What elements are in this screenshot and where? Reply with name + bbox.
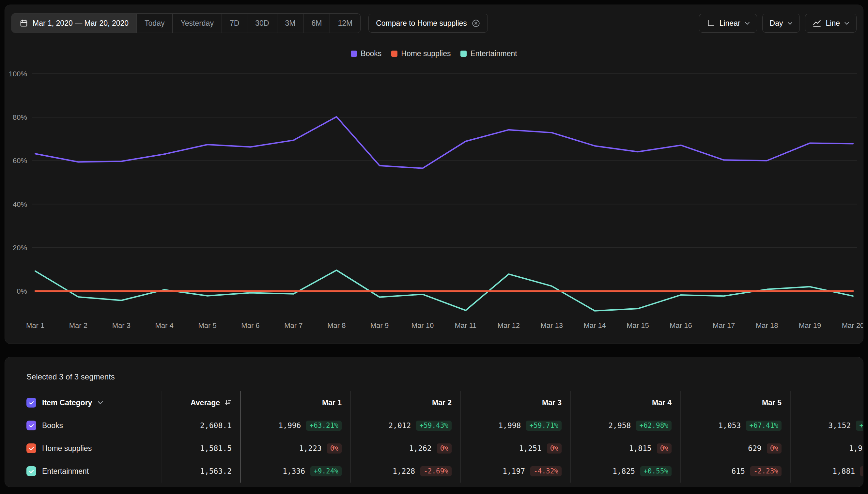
range-3m[interactable]: 3M xyxy=(277,14,303,33)
table-row-label-home-supplies: Home supplies xyxy=(5,437,162,460)
x-tick-label: Mar 9 xyxy=(370,321,389,330)
svg-text:0%: 0% xyxy=(17,287,27,295)
group-column-label: Item Category xyxy=(42,398,92,407)
x-tick-label: Mar 14 xyxy=(583,321,606,330)
column-header-mar-6[interactable]: Mar 6 xyxy=(790,391,864,414)
granularity-label: Day xyxy=(770,19,783,28)
svg-text:40%: 40% xyxy=(13,200,27,209)
cell-value: 1,336 xyxy=(283,467,305,475)
chart-legend: BooksHome suppliesEntertainment xyxy=(5,49,863,58)
delta-badge: -2.69% xyxy=(420,466,452,476)
legend-item-home-supplies[interactable]: Home supplies xyxy=(391,49,451,58)
column-header-average[interactable]: Average xyxy=(162,391,240,414)
x-tick-label: Mar 19 xyxy=(799,321,821,330)
x-tick-label: Mar 13 xyxy=(540,321,563,330)
average-number: 1,563.2 xyxy=(200,467,232,475)
x-tick-label: Mar 5 xyxy=(198,321,216,330)
column-header-mar-3[interactable]: Mar 3 xyxy=(460,391,570,414)
chart-type-select[interactable]: Line xyxy=(805,14,856,33)
chart-svg: 100%80%60%40%20%0% xyxy=(5,62,864,319)
x-tick-label: Mar 3 xyxy=(112,321,131,330)
x-tick-label: Mar 15 xyxy=(626,321,649,330)
cell-value: 1,996 xyxy=(278,421,301,430)
cell-value: 1,197 xyxy=(503,467,525,475)
table-cell: 1,8150% xyxy=(570,437,680,460)
chart-area: 100%80%60%40%20%0% Mar 1Mar 2Mar 3Mar 4M… xyxy=(5,62,863,334)
svg-text:100%: 100% xyxy=(9,70,27,78)
column-header-mar-1[interactable]: Mar 1 xyxy=(240,391,350,414)
range-12m[interactable]: 12M xyxy=(329,14,360,33)
x-tick-label: Mar 12 xyxy=(498,321,520,330)
range-6m[interactable]: 6M xyxy=(303,14,329,33)
column-header-item-category[interactable]: Item Category xyxy=(5,391,162,414)
entertainment-swatch-icon xyxy=(460,51,467,57)
scale-label: Linear xyxy=(719,19,740,28)
delta-badge: 0% xyxy=(437,443,452,454)
x-tick-label: Mar 1 xyxy=(26,321,44,330)
table-cell: 1,881-1.31% xyxy=(790,460,864,482)
range-yesterday[interactable]: Yesterday xyxy=(172,14,221,33)
delta-badge: +65.37% xyxy=(856,421,864,431)
remove-compare-icon[interactable] xyxy=(472,19,480,28)
x-tick-label: Mar 4 xyxy=(155,321,174,330)
compare-label: Compare to Home supplies xyxy=(376,19,467,28)
legend-item-books[interactable]: Books xyxy=(351,49,381,58)
check-icon xyxy=(29,468,35,474)
table-row-label-books: Books xyxy=(5,414,162,437)
legend-label: Home supplies xyxy=(401,49,451,58)
delta-badge: 0% xyxy=(657,443,672,454)
segment-name: Home supplies xyxy=(42,444,92,453)
table-cell: 1,825+0.55% xyxy=(570,460,680,482)
checkbox[interactable] xyxy=(26,421,36,430)
range-7d[interactable]: 7D xyxy=(222,14,247,33)
cell-value: 1,262 xyxy=(409,444,431,453)
chevron-down-icon xyxy=(745,22,750,25)
chevron-down-icon xyxy=(845,22,849,25)
range-today[interactable]: Today xyxy=(136,14,172,33)
checkbox[interactable] xyxy=(26,466,36,476)
chart-card: Mar 1, 2020 — Mar 20, 2020 TodayYesterda… xyxy=(4,4,864,344)
sort-icon xyxy=(224,399,232,406)
legend-item-entertainment[interactable]: Entertainment xyxy=(460,49,517,58)
line-chart-icon xyxy=(813,19,821,28)
svg-text:80%: 80% xyxy=(13,113,27,121)
cell-value: 1,998 xyxy=(498,421,521,430)
chevron-down-icon xyxy=(788,22,792,25)
average-column-label: Average xyxy=(191,398,220,407)
home-supplies-swatch-icon xyxy=(391,51,397,57)
column-header-mar-5[interactable]: Mar 5 xyxy=(680,391,790,414)
date-range-button[interactable]: Mar 1, 2020 — Mar 20, 2020 xyxy=(12,14,136,33)
granularity-select[interactable]: Day xyxy=(762,14,800,33)
scale-select[interactable]: Linear xyxy=(699,14,757,33)
legend-label: Books xyxy=(361,49,381,58)
table-cell: 1,996+63.21% xyxy=(240,414,350,437)
compare-button[interactable]: Compare to Home supplies xyxy=(369,14,488,33)
segments-table: Item CategoryAverageMar 1Mar 2Mar 3Mar 4… xyxy=(5,391,864,482)
selected-segments-text: Selected 3 of 3 segments xyxy=(5,357,863,381)
cell-value: 1,251 xyxy=(519,444,541,453)
legend-label: Entertainment xyxy=(470,49,517,58)
column-header-mar-2[interactable]: Mar 2 xyxy=(350,391,460,414)
average-value: 2,608.1 xyxy=(162,414,240,437)
svg-text:20%: 20% xyxy=(13,244,27,252)
check-icon xyxy=(29,400,35,406)
segment-name: Entertainment xyxy=(42,467,89,476)
checkbox[interactable] xyxy=(26,443,36,453)
cell-value: 1,228 xyxy=(393,467,415,475)
table-cell: 2,958+62.98% xyxy=(570,414,680,437)
x-tick-label: Mar 10 xyxy=(412,321,434,330)
svg-text:60%: 60% xyxy=(13,157,27,165)
delta-badge: +0.55% xyxy=(640,466,672,476)
table-cell: 2,012+59.43% xyxy=(350,414,460,437)
average-number: 1,581.5 xyxy=(200,444,232,453)
range-30d[interactable]: 30D xyxy=(247,14,277,33)
checkbox[interactable] xyxy=(26,398,36,407)
table-cell: 1,053+67.41% xyxy=(680,414,790,437)
delta-badge: +9.24% xyxy=(310,466,342,476)
date-column-label: Mar 3 xyxy=(542,398,562,407)
delta-badge: +63.21% xyxy=(306,421,342,431)
segment-name: Books xyxy=(42,421,63,430)
column-header-mar-4[interactable]: Mar 4 xyxy=(570,391,680,414)
page: Mar 1, 2020 — Mar 20, 2020 TodayYesterda… xyxy=(0,0,868,494)
delta-badge: +62.98% xyxy=(636,421,672,431)
